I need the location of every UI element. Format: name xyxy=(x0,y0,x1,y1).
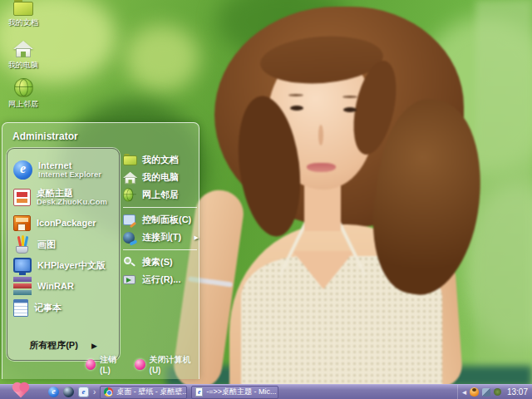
menu-item-internet[interactable]: InternetInternet Explorer xyxy=(13,157,116,182)
taskbar-task-wallpaper-page[interactable]: 桌面 - 壁纸 - 桌酷壁... xyxy=(100,386,187,399)
control-panel-icon xyxy=(123,214,135,225)
menu-item-label: KHPlayer中文版 xyxy=(37,260,106,270)
start-menu-user-name: Administrator xyxy=(12,131,78,142)
menu-separator xyxy=(123,249,197,250)
task-button-label: 桌面 - 壁纸 - 桌酷壁... xyxy=(116,387,187,397)
submenu-arrow-icon: ▶ xyxy=(195,234,199,241)
start-menu-footer: 注销(L) 关闭计算机(U) xyxy=(86,354,199,375)
qq-icon[interactable] xyxy=(470,387,479,397)
tray-chevron-icon[interactable]: ◂ xyxy=(462,388,466,397)
menu-item-label: 我的文档 xyxy=(142,154,179,166)
turn-off-icon xyxy=(135,359,145,370)
folder-icon xyxy=(13,2,33,16)
menu-item-label: 运行(R)... xyxy=(142,273,180,286)
menu-item-my-documents[interactable]: 我的文档 xyxy=(123,151,197,169)
menu-item-label: 连接到(T) xyxy=(142,231,181,244)
chrome-icon xyxy=(104,387,113,397)
quick-launch-world-globe-icon[interactable] xyxy=(63,387,74,397)
notepad-icon xyxy=(13,299,28,317)
quick-launch-internet-explorer-icon[interactable] xyxy=(48,387,59,397)
menu-item-khplayer[interactable]: KHPlayer中文版 xyxy=(13,255,116,275)
menu-item-label: 画图 xyxy=(37,239,56,249)
ie-document-icon: e xyxy=(195,387,203,397)
menu-item-network-places[interactable]: 网上邻居 xyxy=(123,186,197,204)
all-programs-label: 所有程序(P) xyxy=(29,339,78,352)
globe-icon xyxy=(14,78,33,97)
woman-nose xyxy=(318,125,323,145)
menu-item-my-computer[interactable]: 我的电脑 xyxy=(123,169,197,186)
connect-to-icon xyxy=(123,232,135,244)
menu-item-iconpackager[interactable]: IconPackager xyxy=(13,213,116,233)
iconpackager-icon xyxy=(13,215,31,231)
menu-item-notepad[interactable]: 记事本 xyxy=(13,298,116,318)
search-icon xyxy=(123,256,135,268)
menu-item-label: InternetInternet Explorer xyxy=(38,160,101,180)
menu-item-label: 搜索(S) xyxy=(142,256,173,268)
menu-item-run[interactable]: 运行(R)... xyxy=(123,271,197,288)
menu-item-label: IconPackager xyxy=(37,218,96,228)
menu-item-zhuoku-theme[interactable]: 桌酷主题Desk.ZhuoKu.Com xyxy=(13,185,116,209)
start-menu: Administrator InternetInternet Explorer … xyxy=(2,122,200,379)
taskbar-task-theme-page[interactable]: e -=>>桌酷主题 - Mic... xyxy=(191,386,278,399)
computer-house-icon xyxy=(123,171,133,185)
woman-eye xyxy=(290,106,303,111)
turn-off-computer-button[interactable]: 关闭计算机(U) xyxy=(135,354,199,375)
desktop-icon-label: 网上邻居 xyxy=(0,99,47,110)
menu-item-sublabel: Desk.ZhuoKu.Com xyxy=(37,198,107,207)
menu-item-label: 记事本 xyxy=(34,303,62,313)
log-off-label: 注销(L) xyxy=(100,354,125,375)
task-button-label: -=>>桌酷主题 - Mic... xyxy=(206,387,276,397)
run-icon xyxy=(123,275,135,284)
desktop-screen: 我的文档 我的电脑 网上邻居 Administrator InternetInt… xyxy=(0,0,532,399)
internet-explorer-icon xyxy=(13,160,32,180)
paint-icon xyxy=(13,236,32,254)
clock[interactable]: 13:07 xyxy=(507,387,528,397)
log-off-icon xyxy=(86,359,96,370)
menu-separator xyxy=(123,207,197,208)
menu-item-winrar[interactable]: WinRAR xyxy=(13,276,116,296)
all-programs-button[interactable]: 所有程序(P) ▶ xyxy=(7,339,119,352)
menu-item-label: 我的电脑 xyxy=(142,171,179,184)
quick-launch-browser-window-icon[interactable]: e xyxy=(78,387,89,397)
log-off-button[interactable]: 注销(L) xyxy=(86,354,125,375)
menu-item-label: WinRAR xyxy=(37,281,74,291)
menu-item-label: 控制面板(C) xyxy=(142,214,191,226)
start-menu-places-panel: 我的文档 我的电脑 网上邻居 控制面板(C) 连接到(T) ▶ xyxy=(123,151,197,288)
turn-off-label: 关闭计算机(U) xyxy=(150,354,199,375)
start-menu-pinned-panel: InternetInternet Explorer 桌酷主题Desk.ZhuoK… xyxy=(7,148,120,361)
menu-item-label: 桌酷主题Desk.ZhuoKu.Com xyxy=(37,188,107,207)
globe-icon xyxy=(123,188,133,202)
desktop-icon-my-documents[interactable]: 我的文档 xyxy=(0,2,47,28)
menu-item-label: 网上邻居 xyxy=(142,189,179,201)
start-button[interactable] xyxy=(0,385,42,399)
woman-eyebrow xyxy=(342,96,357,98)
woman-lips xyxy=(307,163,336,172)
woman-eye xyxy=(343,107,357,112)
menu-item-search[interactable]: 搜索(S) xyxy=(123,254,197,271)
computer-house-icon xyxy=(13,40,33,58)
folder-icon xyxy=(123,155,137,165)
desktop-icon-label: 我的电脑 xyxy=(0,60,47,71)
quick-launch-bar: e › xyxy=(48,387,96,397)
update-icon[interactable] xyxy=(494,388,501,396)
security-icon[interactable] xyxy=(482,388,490,397)
woman-eyebrow xyxy=(288,94,303,96)
woman-neck xyxy=(304,183,341,231)
zhuoku-theme-icon xyxy=(13,189,31,206)
menu-item-paint[interactable]: 画图 xyxy=(13,234,116,254)
taskbar: e › 桌面 - 壁纸 - 桌酷壁... e -=>>桌酷主题 - Mic...… xyxy=(0,384,532,399)
desktop-icon-label: 我的文档 xyxy=(0,17,47,28)
quick-launch-overflow-chevron-icon[interactable]: › xyxy=(93,388,96,397)
khplayer-icon xyxy=(13,258,32,273)
all-programs-arrow-icon: ▶ xyxy=(91,342,97,350)
menu-item-connect-to[interactable]: 连接到(T) ▶ xyxy=(123,229,197,246)
menu-item-control-panel[interactable]: 控制面板(C) xyxy=(123,211,197,229)
heart-start-icon xyxy=(14,384,28,398)
desktop-icon-my-computer[interactable]: 我的电脑 xyxy=(0,40,47,71)
winrar-icon xyxy=(13,277,32,295)
menu-item-sublabel: Internet Explorer xyxy=(38,170,101,180)
desktop-icon-network-places[interactable]: 网上邻居 xyxy=(0,78,47,110)
system-tray: ◂ 13:07 xyxy=(457,385,532,399)
